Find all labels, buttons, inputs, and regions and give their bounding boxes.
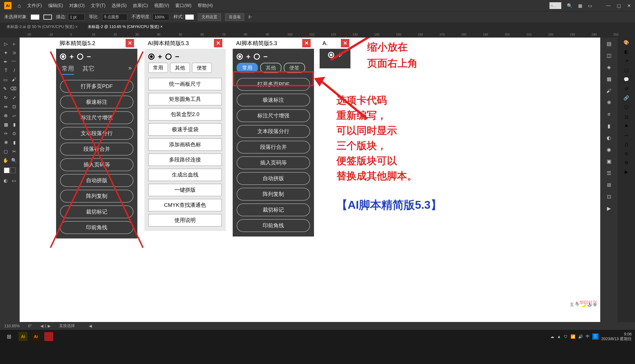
shaper-tool-icon[interactable]: ✎ bbox=[3, 86, 7, 91]
hand-tool-icon[interactable]: ✋ bbox=[3, 158, 8, 163]
style-swatch[interactable] bbox=[185, 15, 194, 20]
shape-builder-tool-icon[interactable]: ⊕ bbox=[4, 113, 8, 118]
menu-view[interactable]: 视图(V) bbox=[154, 3, 169, 9]
brush-tool-icon[interactable]: 🖌 bbox=[12, 77, 16, 82]
script-button[interactable]: 文本段落分行 bbox=[237, 125, 310, 138]
stroke-swatch[interactable] bbox=[43, 15, 52, 20]
gradient-tool-icon[interactable]: ▮ bbox=[13, 122, 16, 127]
tray-ime[interactable]: 中 bbox=[586, 334, 590, 339]
comments-icon[interactable]: 💬 bbox=[624, 77, 629, 82]
stroke-width-input[interactable] bbox=[68, 14, 85, 20]
script-button[interactable]: 段落行合并 bbox=[237, 141, 310, 154]
radio-off-icon[interactable] bbox=[165, 54, 172, 60]
script-button[interactable]: 使用说明 bbox=[148, 214, 222, 226]
align-icon[interactable]: ☰ bbox=[605, 169, 613, 177]
color-icon[interactable]: 🎨 bbox=[624, 40, 629, 45]
tray-icon[interactable]: 🛡 bbox=[564, 334, 568, 339]
tab-other[interactable]: 其他 bbox=[260, 63, 281, 73]
variables-icon[interactable]: ⚑ bbox=[624, 124, 628, 129]
eraser-tool-icon[interactable]: ⌫ bbox=[10, 86, 17, 91]
tab-other[interactable]: 其他 bbox=[170, 63, 190, 73]
script-button[interactable]: 自动拼版 bbox=[60, 174, 133, 187]
properties-icon[interactable]: ▤ bbox=[605, 40, 613, 48]
tab-common[interactable]: 常用 bbox=[62, 64, 74, 75]
script-button[interactable]: 极速手提袋 bbox=[148, 123, 222, 136]
artboards-icon[interactable]: ▢ bbox=[624, 68, 629, 73]
opacity-input[interactable] bbox=[153, 14, 169, 20]
slice-tool-icon[interactable]: ✂ bbox=[12, 149, 16, 154]
artboard-nav[interactable]: ◀ 1 ▶ bbox=[40, 324, 51, 328]
graphic-styles-icon[interactable]: ▣ bbox=[605, 157, 613, 165]
script-button[interactable]: 打开多页PDF bbox=[60, 80, 133, 93]
type-tool-icon[interactable]: T bbox=[4, 68, 7, 73]
menu-effect[interactable]: 效果(C) bbox=[133, 3, 148, 9]
width-tool-icon[interactable]: ⇔ bbox=[4, 104, 8, 109]
rotate-indicator[interactable]: 0° bbox=[28, 324, 32, 328]
screen-mode-icon[interactable]: ▭ bbox=[12, 178, 16, 183]
zoom-level[interactable]: 110.65% bbox=[4, 324, 20, 328]
clock[interactable]: 9:06 2023/8/13 星期日 bbox=[601, 332, 632, 341]
tab-other[interactable]: 其它 bbox=[82, 64, 95, 75]
script-button[interactable]: 矩形圆角工具 bbox=[148, 93, 222, 105]
menu-help[interactable]: 帮助(H) bbox=[198, 3, 213, 9]
menu-select[interactable]: 选择(S) bbox=[112, 3, 126, 9]
tray-icon[interactable]: ▲ bbox=[557, 334, 561, 339]
curvature-tool-icon[interactable]: 〰 bbox=[11, 59, 16, 64]
transparency-icon[interactable]: ◐ bbox=[605, 134, 613, 142]
history-icon[interactable]: ↺ bbox=[625, 86, 628, 91]
app-icon[interactable] bbox=[44, 332, 53, 341]
mesh-tool-icon[interactable]: ▦ bbox=[4, 122, 8, 127]
play-icon[interactable]: ▶ bbox=[625, 169, 628, 175]
tab-doc2[interactable]: 未标题-2 @ 110.65 % (CMYK/CPU 预览) × bbox=[86, 24, 165, 29]
eyedropper-tool-icon[interactable]: ✑ bbox=[4, 131, 8, 136]
prefs-button[interactable]: 首选项 bbox=[225, 13, 244, 21]
scale-tool-icon[interactable]: ⤢ bbox=[12, 95, 16, 100]
radio-on-icon[interactable] bbox=[148, 54, 154, 60]
script-button[interactable]: 标注尺寸增强 bbox=[60, 111, 133, 124]
minimize-icon[interactable]: — bbox=[606, 3, 611, 8]
script-button[interactable]: 印前角线 bbox=[60, 221, 133, 234]
menu-window[interactable]: 窗口(W) bbox=[175, 3, 191, 9]
draw-mode-icon[interactable]: ◐ bbox=[4, 178, 8, 183]
script-button[interactable]: 裁切标记 bbox=[60, 205, 133, 218]
menu-edit[interactable]: 编辑(E) bbox=[48, 3, 63, 9]
uniform-label[interactable]: 等比 bbox=[89, 14, 98, 20]
line-tool-icon[interactable]: / bbox=[14, 68, 15, 73]
layers-icon[interactable]: ◫ bbox=[605, 52, 613, 59]
direct-selection-tool-icon[interactable]: ▹ bbox=[13, 41, 15, 47]
script-button[interactable]: 插入页码等 bbox=[237, 156, 310, 169]
brush-input[interactable] bbox=[102, 14, 127, 20]
transform-icon[interactable]: ⊡ bbox=[605, 193, 613, 201]
script-button[interactable]: 标注尺寸增强 bbox=[237, 109, 310, 122]
radio-on-icon[interactable] bbox=[328, 52, 334, 58]
close-button[interactable]: ✕ bbox=[302, 39, 311, 47]
tray-icon[interactable]: 🔊 bbox=[578, 334, 583, 339]
tab-common[interactable]: 常用 bbox=[237, 63, 258, 73]
arrange-icon[interactable]: ▦ bbox=[578, 3, 582, 8]
script-button[interactable]: 打开多页PDF bbox=[237, 78, 310, 91]
script-button[interactable]: CMYK查找潘通色 bbox=[148, 199, 222, 211]
script-button[interactable]: 添加画稿色标 bbox=[148, 138, 222, 151]
search-input[interactable]: A... bbox=[549, 2, 561, 9]
rotate-tool-icon[interactable]: ↻ bbox=[4, 95, 8, 100]
script-button[interactable]: 裁切标记 bbox=[237, 203, 310, 216]
actions-icon[interactable]: ▶ bbox=[605, 205, 613, 212]
script-button[interactable]: 生成出血线 bbox=[148, 169, 222, 181]
tab-doc1[interactable]: 未标题-2.ai @ 50 % (CMYK/CPU 预览) × bbox=[4, 24, 80, 29]
swatches-icon[interactable]: ▦ bbox=[605, 75, 613, 83]
script-button[interactable]: 统一画板尺寸 bbox=[148, 78, 222, 90]
close-button[interactable]: ✕ bbox=[341, 39, 349, 47]
selection-tool-icon[interactable]: ▷ bbox=[4, 41, 8, 47]
zoom-tool-icon[interactable]: 🔍 bbox=[11, 158, 17, 163]
info-icon[interactable]: ⓘ bbox=[624, 105, 629, 110]
appearance-icon[interactable]: ◉ bbox=[605, 146, 613, 154]
tray-icon[interactable]: 📶 bbox=[571, 334, 575, 339]
script-button[interactable]: 一键拼版 bbox=[148, 184, 222, 196]
close-button[interactable]: ✕ bbox=[214, 39, 222, 47]
align-icon[interactable]: ⊩ bbox=[248, 14, 252, 20]
workspace-icon[interactable]: ▭ bbox=[588, 3, 592, 8]
tab-notes[interactable]: 便签 bbox=[192, 63, 212, 73]
tray-ime2[interactable]: 五 bbox=[592, 333, 599, 340]
color-guide-icon[interactable]: ◧ bbox=[624, 49, 629, 54]
radio-off-icon[interactable] bbox=[77, 54, 83, 60]
